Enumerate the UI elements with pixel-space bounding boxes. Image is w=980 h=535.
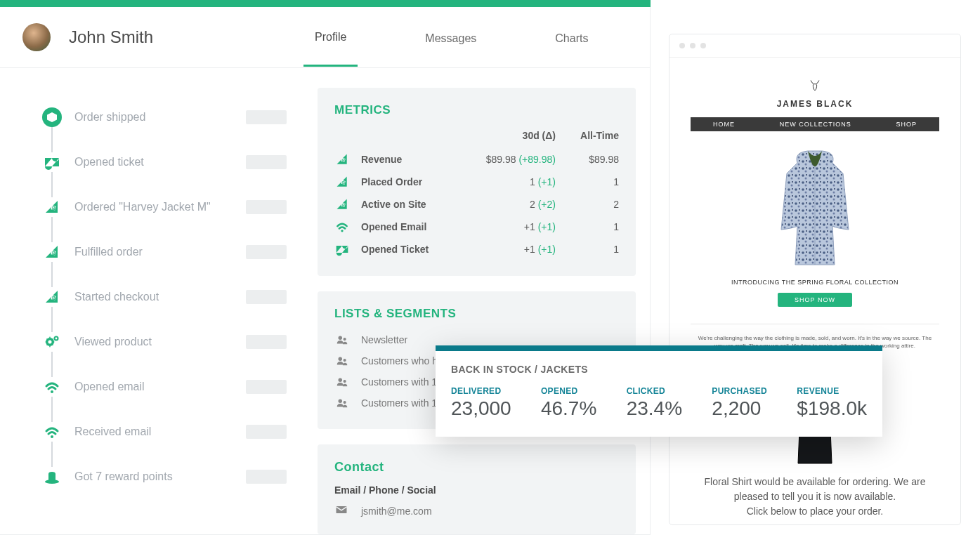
tabs: Profile Messages Charts — [303, 7, 599, 68]
stat-label: REVENUE — [797, 386, 867, 396]
timeline-item[interactable]: Opened ticket — [42, 140, 287, 185]
metric-30d: 1 (+1) — [464, 176, 556, 187]
stat-opened: OPENED46.7% — [541, 386, 596, 420]
shop-now-button[interactable]: SHOP NOW — [778, 293, 852, 307]
metric-30d: +1 (+1) — [464, 221, 556, 232]
accent-bar — [0, 0, 651, 7]
stat-value: 46.7% — [541, 397, 596, 420]
metric-label: Revenue — [361, 154, 464, 165]
contact-card: Contact Email / Phone / Social jsmith@me… — [318, 444, 636, 534]
timeline-label: Viewed product — [74, 336, 246, 348]
email-nav: HOME NEW COLLECTIONS SHOP — [691, 117, 939, 131]
stat-value: 23,000 — [451, 397, 511, 420]
email-preview-window: JAMES BLACK HOME NEW COLLECTIONS SHOP — [669, 34, 961, 525]
stat-value: $198.0k — [797, 397, 867, 420]
metric-row: Active on Site2 (+2)2 — [334, 193, 619, 216]
commerce-icon — [334, 174, 350, 190]
mail-icon — [334, 503, 350, 519]
window-dot — [690, 43, 695, 48]
metrics-title: METRICS — [334, 103, 619, 117]
stat-purchased: PURCHASED2,200 — [712, 386, 767, 420]
metric-30d: $89.98 (+89.98) — [464, 154, 556, 165]
hat-icon — [42, 467, 62, 487]
stat-value: 2,200 — [712, 397, 767, 420]
wifi-icon — [42, 422, 62, 442]
contact-email-row[interactable]: jsmith@me.com — [334, 503, 619, 519]
nav-item[interactable]: HOME — [713, 121, 735, 128]
timeline-item[interactable]: Order shipped — [42, 95, 287, 140]
nav-item[interactable]: SHOP — [896, 121, 917, 128]
timeline-label: Received email — [74, 425, 246, 438]
metric-row: Opened Ticket+1 (+1)1 — [334, 238, 619, 260]
stat-delivered: DELIVERED23,000 — [451, 386, 511, 420]
timeline-item[interactable]: Opened email — [42, 364, 287, 409]
timestamp-placeholder — [246, 200, 287, 214]
commerce-icon — [42, 197, 62, 217]
metric-alltime: $89.98 — [556, 154, 619, 165]
timeline-label: Opened ticket — [74, 156, 246, 169]
timeline-label: Fulfilled order — [74, 246, 246, 258]
main-panel: John Smith Profile Messages Charts Order… — [0, 7, 651, 535]
list-label: Newsletter — [361, 334, 407, 345]
metric-alltime: 1 — [556, 244, 619, 255]
people-icon — [334, 396, 350, 410]
header: John Smith Profile Messages Charts — [0, 7, 650, 68]
timestamp-placeholder — [246, 110, 287, 124]
metrics-columns: 30d (Δ) All-Time — [334, 130, 619, 141]
commerce-icon — [334, 152, 350, 167]
commerce-icon — [334, 197, 350, 212]
stat-label: CLICKED — [627, 386, 682, 396]
wifi-icon — [334, 219, 350, 235]
col-30d: 30d (Δ) — [464, 130, 556, 141]
list-label: Customers with 1 — [361, 376, 437, 388]
lists-title: LISTS & SEGMENTS — [334, 307, 619, 321]
contact-email: jsmith@me.com — [361, 506, 432, 517]
zendesk-icon — [334, 242, 350, 257]
intro-text: INTRODUCING THE SPRING FLORAL COLLECTION — [691, 279, 939, 286]
restock-line1: Floral Shirt would be available for orde… — [691, 475, 939, 504]
col-alltime: All-Time — [556, 130, 619, 141]
wifi-icon — [42, 377, 62, 397]
nav-item[interactable]: NEW COLLECTIONS — [780, 121, 851, 128]
timeline-label: Got 7 reward points — [74, 470, 246, 483]
metrics-card: METRICS 30d (Δ) All-Time Revenue$89.98 (… — [318, 88, 636, 276]
window-dot — [679, 43, 685, 48]
timeline-item[interactable]: Ordered "Harvey Jacket M" — [42, 185, 287, 230]
timeline-item[interactable]: Fulfilled order — [42, 230, 287, 275]
timeline-item[interactable]: Got 7 reward points — [42, 454, 287, 499]
people-icon — [334, 375, 350, 389]
timestamp-placeholder — [246, 425, 287, 439]
timestamp-placeholder — [246, 155, 287, 169]
profile-content: METRICS 30d (Δ) All-Time Revenue$89.98 (… — [303, 68, 650, 535]
brand-name: JAMES BLACK — [691, 99, 939, 109]
stat-value: 23.4% — [627, 397, 682, 420]
timeline-label: Opened email — [74, 381, 246, 393]
box-icon — [42, 107, 62, 127]
username: John Smith — [69, 27, 153, 47]
timeline-item[interactable]: Viewed product — [42, 319, 287, 364]
metric-label: Active on Site — [361, 199, 464, 210]
timeline-label: Ordered "Harvey Jacket M" — [74, 201, 246, 213]
timeline-item[interactable]: Received email — [42, 409, 287, 454]
divider — [691, 324, 939, 324]
timestamp-placeholder — [246, 245, 287, 259]
tab-messages[interactable]: Messages — [414, 10, 488, 66]
tab-charts[interactable]: Charts — [544, 10, 599, 66]
gear-icon — [42, 332, 62, 352]
window-controls — [669, 34, 960, 58]
timestamp-placeholder — [246, 290, 287, 304]
timestamp-placeholder — [246, 470, 287, 484]
window-dot — [700, 43, 706, 48]
people-icon — [334, 333, 350, 347]
tab-profile[interactable]: Profile — [303, 8, 358, 67]
metric-alltime: 1 — [556, 176, 619, 187]
contact-subheading: Email / Phone / Social — [334, 484, 619, 496]
metric-30d: 2 (+2) — [464, 199, 556, 210]
avatar[interactable] — [22, 23, 51, 51]
timeline-item[interactable]: Started checkout — [42, 275, 287, 319]
timeline-label: Order shipped — [74, 111, 246, 124]
metric-alltime: 2 — [556, 199, 619, 210]
metric-label: Opened Email — [361, 221, 464, 232]
metric-row: Revenue$89.98 (+89.98)$89.98 — [334, 148, 619, 171]
email-content: JAMES BLACK HOME NEW COLLECTIONS SHOP — [669, 58, 960, 519]
